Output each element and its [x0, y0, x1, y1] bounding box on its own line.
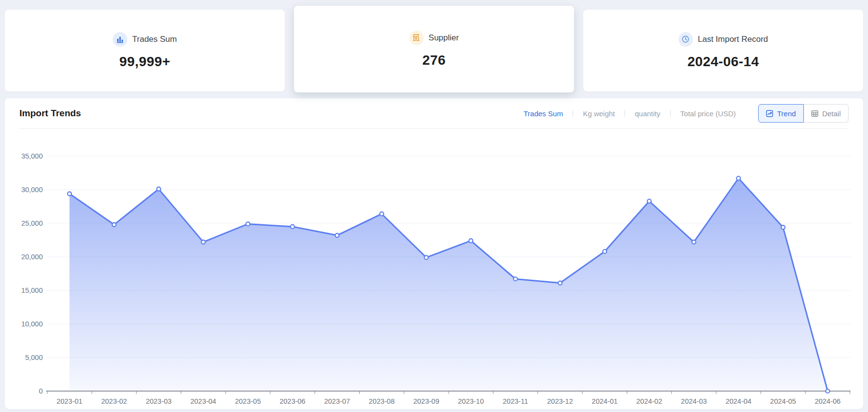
trend-button-label: Trend: [777, 109, 796, 118]
stat-card-value: 99,999+: [120, 54, 171, 70]
svg-text:5,000: 5,000: [25, 354, 43, 361]
detail-button-label: Detail: [822, 109, 841, 118]
stat-card-last-import-record[interactable]: Last Import Record 2024-06-14: [583, 10, 863, 91]
view-toggle: Trend Detail: [758, 104, 849, 123]
svg-text:15,000: 15,000: [21, 287, 43, 294]
svg-text:10,000: 10,000: [21, 320, 43, 328]
detail-button[interactable]: Detail: [804, 104, 849, 123]
svg-text:2023-07: 2023-07: [324, 397, 350, 405]
stat-card-header: Trades Sum: [113, 32, 177, 47]
svg-text:2024-05: 2024-05: [770, 397, 796, 405]
storefront-icon: [409, 31, 424, 45]
import-trends-header: Import Trends Trades Sum Kg weight quant…: [19, 98, 849, 129]
svg-text:2024-01: 2024-01: [592, 397, 618, 405]
stat-card-value: 276: [422, 53, 446, 68]
table-icon: [811, 110, 818, 117]
tab-kg-weight[interactable]: Kg weight: [573, 109, 625, 118]
svg-text:2023-01: 2023-01: [56, 397, 82, 405]
bar-chart-icon: [113, 32, 127, 47]
svg-text:2023-06: 2023-06: [279, 397, 305, 405]
svg-text:2023-08: 2023-08: [369, 397, 395, 405]
trend-button[interactable]: Trend: [758, 104, 804, 123]
svg-text:20,000: 20,000: [21, 253, 43, 261]
metric-tabs: Trades Sum Kg weight quantity Total pric…: [514, 109, 746, 118]
trend-chart-icon: [766, 110, 773, 117]
svg-text:2023-11: 2023-11: [503, 397, 528, 405]
stat-card-label: Trades Sum: [132, 35, 177, 44]
svg-text:2024-02: 2024-02: [636, 397, 662, 405]
svg-text:0: 0: [39, 387, 43, 395]
svg-text:2024-04: 2024-04: [726, 397, 751, 405]
svg-text:35,000: 35,000: [21, 152, 43, 160]
section-title: Import Trends: [19, 108, 81, 119]
stat-card-label: Supplier: [429, 33, 459, 43]
trend-chart: 05,00010,00015,00020,00025,00030,00035,0…: [5, 129, 863, 410]
stat-card-value: 2024-06-14: [687, 54, 759, 70]
svg-text:25,000: 25,000: [21, 219, 43, 227]
tab-total-price-usd[interactable]: Total price (USD): [671, 109, 746, 118]
svg-text:2023-10: 2023-10: [458, 397, 484, 405]
stat-card-label: Last Import Record: [698, 35, 768, 44]
svg-text:2024-03: 2024-03: [681, 397, 707, 405]
svg-text:2023-05: 2023-05: [235, 397, 260, 405]
stat-card-trades-sum[interactable]: Trades Sum 99,999+: [5, 10, 285, 91]
tab-quantity[interactable]: quantity: [625, 109, 670, 118]
svg-text:30,000: 30,000: [21, 186, 43, 194]
svg-text:2023-02: 2023-02: [101, 397, 127, 405]
trend-chart-area[interactable]: 05,00010,00015,00020,00025,00030,00035,0…: [5, 129, 863, 410]
tab-trades-sum[interactable]: Trades Sum: [514, 109, 573, 118]
svg-text:2023-04: 2023-04: [191, 397, 216, 405]
stat-card-header: Last Import Record: [678, 32, 768, 47]
stat-card-supplier[interactable]: Supplier 276: [294, 6, 574, 92]
svg-text:2023-03: 2023-03: [146, 397, 172, 405]
stat-card-header: Supplier: [409, 31, 459, 45]
svg-text:2023-09: 2023-09: [413, 397, 439, 405]
svg-text:2023-12: 2023-12: [547, 397, 573, 405]
clock-icon: [678, 32, 693, 47]
stats-row: Trades Sum 99,999+ Supplier 276: [0, 0, 868, 92]
svg-text:2024-06: 2024-06: [815, 397, 840, 405]
import-trends-card: Import Trends Trades Sum Kg weight quant…: [5, 98, 863, 409]
